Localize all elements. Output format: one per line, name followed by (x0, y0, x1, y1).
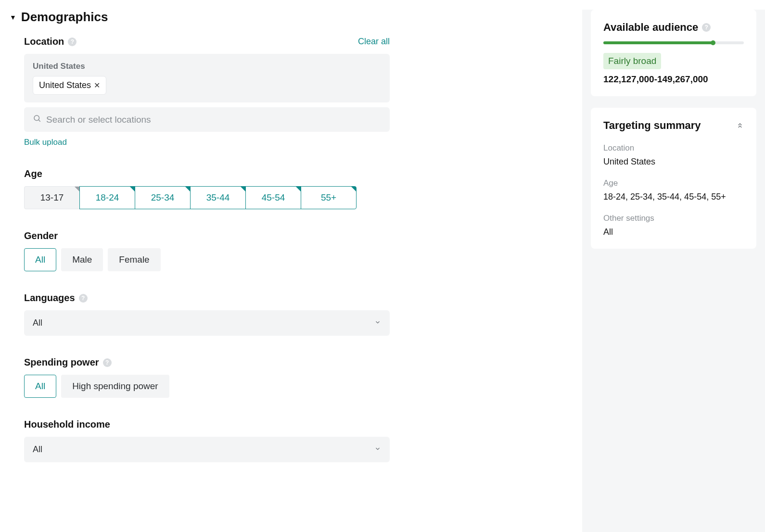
age-segmented: 13-17 18-24 25-34 35-44 45-54 55+ (24, 186, 390, 209)
close-icon[interactable]: ✕ (94, 81, 100, 90)
help-icon[interactable]: ? (103, 358, 112, 367)
languages-dropdown[interactable]: All (24, 310, 390, 336)
summary-other-label: Other settings (603, 214, 744, 223)
summary-age-label: Age (603, 178, 744, 188)
help-icon[interactable]: ? (702, 23, 711, 32)
age-option-35-44[interactable]: 35-44 (190, 186, 246, 209)
help-icon[interactable]: ? (79, 294, 88, 303)
audience-title: Available audience ? (603, 21, 744, 34)
gender-group: Gender All Male Female (24, 230, 390, 271)
age-group: Age 13-17 18-24 25-34 35-44 45-54 55+ (24, 168, 390, 209)
location-selected-box: United States United States ✕ (24, 54, 390, 102)
spending-power-group: Spending power ? All High spending power (24, 357, 390, 398)
household-income-group: Household income All (24, 419, 390, 462)
gender-option-all[interactable]: All (24, 248, 56, 271)
summary-location-label: Location (603, 143, 744, 153)
household-income-label: Household income (24, 419, 110, 430)
household-income-dropdown[interactable]: All (24, 437, 390, 462)
sidebar: Available audience ? Fairly broad 122,12… (582, 10, 765, 532)
demographics-header[interactable]: ▼ Demographics (10, 10, 563, 25)
age-option-18-24[interactable]: 18-24 (79, 186, 135, 209)
spending-option-high[interactable]: High spending power (61, 375, 169, 398)
spending-option-all[interactable]: All (24, 375, 56, 398)
location-search-box[interactable] (24, 107, 390, 132)
location-label: Location ? (24, 36, 76, 47)
targeting-summary-card: Targeting summary Location United States… (591, 108, 756, 249)
spending-power-label: Spending power ? (24, 357, 112, 368)
location-group: Location ? Clear all United States Unite… (24, 36, 390, 147)
audience-meter (603, 41, 744, 44)
age-option-45-54[interactable]: 45-54 (245, 186, 301, 209)
bulk-upload-link[interactable]: Bulk upload (24, 138, 67, 147)
spending-power-btn-group: All High spending power (24, 375, 390, 398)
chevron-down-icon (374, 319, 381, 327)
household-income-value: All (33, 444, 42, 455)
demographics-panel: ▼ Demographics Location ? Clear all Unit… (10, 10, 582, 532)
gender-btn-group: All Male Female (24, 248, 390, 271)
summary-age-value: 18-24, 25-34, 35-44, 45-54, 55+ (603, 192, 744, 202)
location-country-group: United States (33, 62, 381, 71)
languages-value: All (33, 318, 42, 328)
age-option-25-34[interactable]: 25-34 (135, 186, 191, 209)
age-option-13-17[interactable]: 13-17 (24, 186, 80, 209)
age-label: Age (24, 168, 42, 179)
svg-line-1 (38, 120, 40, 121)
audience-meter-dot (711, 40, 715, 45)
age-option-55-plus[interactable]: 55+ (301, 186, 357, 209)
search-icon (33, 114, 41, 125)
gender-option-female[interactable]: Female (108, 248, 160, 271)
languages-label: Languages ? (24, 292, 88, 304)
chevron-down-icon (374, 445, 381, 454)
location-chip-label: United States (39, 80, 91, 90)
gender-label: Gender (24, 230, 58, 241)
svg-point-0 (34, 115, 39, 121)
languages-group: Languages ? All (24, 292, 390, 336)
caret-down-icon: ▼ (10, 13, 16, 21)
audience-card: Available audience ? Fairly broad 122,12… (591, 10, 756, 96)
collapse-double-chevron-icon[interactable] (736, 122, 744, 129)
location-search-input[interactable] (46, 114, 381, 125)
location-chip-united-states[interactable]: United States ✕ (33, 76, 106, 95)
audience-status-badge: Fairly broad (603, 53, 661, 69)
demographics-title: Demographics (21, 10, 108, 25)
summary-other-value: All (603, 227, 744, 237)
audience-range: 122,127,000-149,267,000 (603, 74, 744, 85)
clear-all-link[interactable]: Clear all (358, 37, 390, 47)
gender-option-male[interactable]: Male (61, 248, 103, 271)
help-icon[interactable]: ? (68, 38, 76, 46)
audience-meter-fill (603, 41, 713, 44)
summary-location-value: United States (603, 157, 744, 167)
summary-title: Targeting summary (603, 119, 701, 132)
